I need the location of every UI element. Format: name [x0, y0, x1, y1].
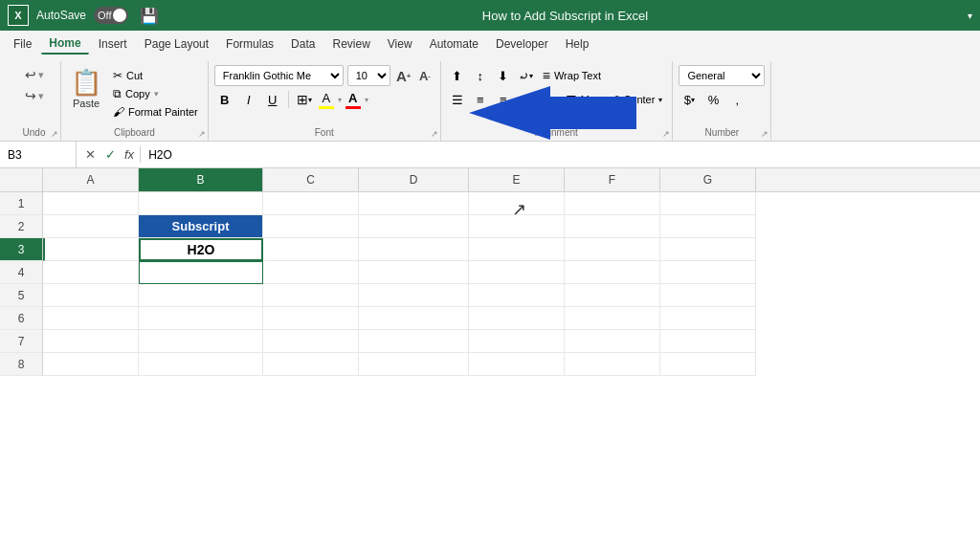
cell-f2[interactable] [565, 215, 660, 238]
menu-page-layout[interactable]: Page Layout [137, 34, 216, 54]
row-header-4[interactable]: 4 [0, 261, 43, 284]
font-decrease-button[interactable]: A- [415, 66, 434, 85]
col-header-g[interactable]: G [660, 168, 756, 191]
cell-a7[interactable] [43, 330, 139, 353]
copy-dropdown[interactable]: ▾ [154, 89, 159, 99]
cell-g3[interactable] [660, 238, 756, 261]
redo-dropdown-icon[interactable]: ▾ [38, 90, 44, 102]
cell-g4[interactable] [660, 261, 756, 284]
col-header-a[interactable]: A [43, 168, 139, 191]
cell-b2[interactable]: Subscript [139, 215, 263, 238]
cell-a4[interactable] [43, 261, 139, 284]
cell-a5[interactable] [43, 284, 139, 307]
cell-g1[interactable] [660, 192, 756, 215]
cut-button[interactable]: ✂ Cut [109, 67, 202, 84]
menu-review[interactable]: Review [324, 34, 377, 54]
cell-f4[interactable] [565, 261, 660, 284]
row-header-5[interactable]: 5 [0, 284, 43, 307]
paste-button[interactable]: 📋 Paste [67, 65, 105, 111]
cell-e1[interactable] [469, 192, 565, 215]
menu-developer[interactable]: Developer [488, 34, 556, 54]
format-painter-button[interactable]: 🖌 Format Painter [109, 103, 202, 121]
cell-reference-box[interactable]: B3 [0, 142, 77, 167]
cell-e3[interactable] [469, 238, 565, 261]
title-dropdown-icon[interactable]: ▾ [968, 11, 972, 21]
borders-button[interactable]: ⊞ ▾ [294, 89, 315, 110]
cell-d7[interactable] [359, 330, 469, 353]
col-header-f[interactable]: F [565, 168, 660, 191]
menu-formulas[interactable]: Formulas [218, 34, 281, 54]
menu-data[interactable]: Data [283, 34, 323, 54]
font-size-select[interactable]: 10 [347, 65, 390, 86]
font-name-select[interactable]: Franklin Gothic Me [214, 65, 344, 86]
cell-e8[interactable] [469, 353, 565, 376]
cell-d2[interactable] [359, 215, 469, 238]
row-header-8[interactable]: 8 [0, 353, 43, 376]
menu-automate[interactable]: Automate [422, 34, 486, 54]
menu-view[interactable]: View [380, 34, 420, 54]
cell-e2[interactable] [469, 215, 565, 238]
row-header-6[interactable]: 6 [0, 307, 43, 330]
underline-button[interactable]: U [262, 89, 283, 110]
formula-confirm-button[interactable]: ✓ [102, 146, 119, 163]
align-middle-button[interactable]: ↕ [470, 65, 491, 86]
copy-button[interactable]: ⧉ Copy ▾ [109, 85, 202, 102]
cell-c6[interactable] [263, 307, 359, 330]
align-left-button[interactable]: ☰ [447, 89, 468, 110]
cell-a2[interactable] [43, 215, 139, 238]
row-header-3[interactable]: 3 [0, 238, 43, 261]
cell-g2[interactable] [660, 215, 756, 238]
cell-c1[interactable] [263, 192, 359, 215]
number-format-select[interactable]: General [679, 65, 765, 86]
undo-group-expand[interactable]: ↗ [51, 129, 58, 139]
formula-cancel-button[interactable]: ✕ [82, 146, 99, 163]
formula-input[interactable]: H2O [141, 148, 980, 162]
align-bottom-button[interactable]: ⬇ [493, 65, 514, 86]
cell-e7[interactable] [469, 330, 565, 353]
cell-d8[interactable] [359, 353, 469, 376]
col-header-b[interactable]: B [139, 168, 263, 191]
menu-home[interactable]: Home [41, 33, 88, 55]
col-header-e[interactable]: E [469, 168, 565, 191]
cell-f8[interactable] [565, 353, 660, 376]
fill-color-dropdown[interactable]: ▾ [338, 96, 342, 104]
merge-dropdown[interactable]: ▾ [658, 96, 662, 104]
cell-c5[interactable] [263, 284, 359, 307]
font-color-button[interactable]: A [345, 90, 362, 110]
rotate-text-button[interactable]: ⤾ ▾ [516, 65, 537, 86]
cell-d5[interactable] [359, 284, 469, 307]
cell-f7[interactable] [565, 330, 660, 353]
corner-cell[interactable] [0, 168, 43, 191]
italic-button[interactable]: I [238, 89, 259, 110]
align-top-button[interactable]: ⬆ [447, 65, 468, 86]
redo-button[interactable]: ↪ ▾ [21, 86, 48, 105]
cell-d3[interactable] [359, 238, 469, 261]
rotate-dropdown[interactable]: ▾ [529, 72, 533, 80]
cell-g5[interactable] [660, 284, 756, 307]
cell-b3[interactable]: H2O [139, 238, 263, 261]
cell-b6[interactable] [139, 307, 263, 330]
cell-b5[interactable] [139, 284, 263, 307]
cell-f1[interactable] [565, 192, 660, 215]
cell-a1[interactable] [43, 192, 139, 215]
number-group-expand[interactable]: ↗ [761, 129, 768, 139]
cell-d1[interactable] [359, 192, 469, 215]
percent-button[interactable]: % [702, 89, 724, 110]
cell-f6[interactable] [565, 307, 660, 330]
row-header-1[interactable]: 1 [0, 192, 43, 215]
col-header-d[interactable]: D [359, 168, 469, 191]
cell-e5[interactable] [469, 284, 565, 307]
cell-c4[interactable] [263, 261, 359, 284]
cell-d6[interactable] [359, 307, 469, 330]
cell-b7[interactable] [139, 330, 263, 353]
cell-g8[interactable] [660, 353, 756, 376]
save-icon[interactable]: 💾 [140, 7, 159, 25]
cell-b1[interactable] [139, 192, 263, 215]
comma-button[interactable]: , [726, 89, 747, 110]
cell-d4[interactable] [359, 261, 469, 284]
row-header-2[interactable]: 2 [0, 215, 43, 238]
cell-a8[interactable] [43, 353, 139, 376]
cell-g6[interactable] [660, 307, 756, 330]
fill-color-button[interactable]: A [318, 90, 335, 110]
col-header-c[interactable]: C [263, 168, 359, 191]
